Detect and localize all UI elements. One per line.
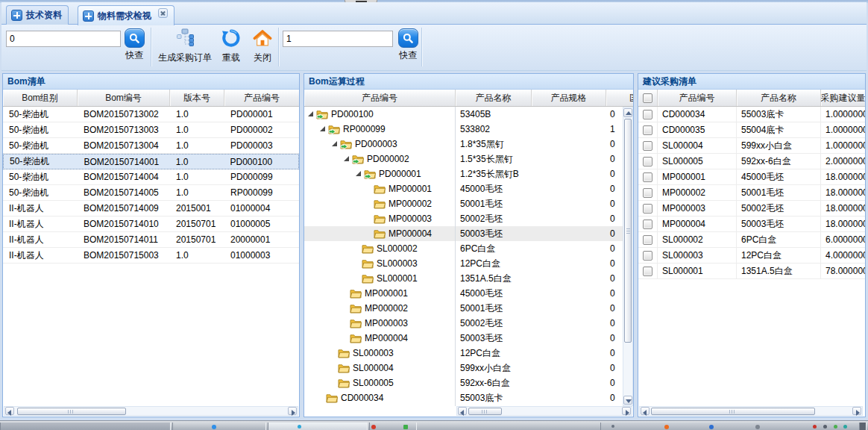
bom-tree-node[interactable]: MP000002	[304, 301, 455, 316]
row-checkbox[interactable]	[643, 204, 652, 214]
bom-tree-node[interactable]: SL000005	[304, 376, 455, 390]
row-checkbox[interactable]	[643, 219, 652, 229]
purchase-list-row[interactable]: SL0000026PC白盒6.0000000	[638, 232, 865, 248]
scrollbar-thumb[interactable]	[624, 119, 632, 343]
bom-list-row[interactable]: II-机器人BOM20150714009201500101000004	[3, 201, 299, 216]
tree-expand-icon[interactable]	[332, 141, 337, 146]
column-header-purchase-qty-clipped[interactable]: 采购建议量	[821, 90, 865, 106]
taskbar-app-icon[interactable]	[371, 425, 376, 429]
bom-tree-node[interactable]: SL000003	[304, 346, 455, 361]
bom-tree-node[interactable]: MP000001	[304, 181, 455, 196]
quick-search-button-1[interactable]: 快查	[122, 28, 147, 62]
scroll-right-icon[interactable]	[288, 407, 297, 415]
bom-list-row[interactable]: II-机器人BOM201507150031.001000003	[3, 248, 299, 264]
purchase-list-row[interactable]: SL0000011351A.5白盒78.000000	[638, 264, 865, 279]
column-header-product-name[interactable]: 产品名称	[456, 90, 532, 106]
bom-list-row[interactable]: 50-柴油机BOM201507140011.0PD000100	[3, 154, 299, 169]
bom-tree-node[interactable]: MP000002	[304, 196, 455, 211]
purchase-list-row[interactable]: MP00000350002毛坯18.000000	[638, 201, 865, 216]
tree-expand-icon[interactable]	[308, 111, 313, 116]
quick-search-button-2[interactable]: 快查	[395, 28, 421, 62]
show-desktop-button[interactable]	[859, 423, 867, 430]
bom-tree-row-detail[interactable]: 50003毛坯0	[456, 226, 633, 241]
bom-tree-row-detail[interactable]: 50002毛坯0	[456, 211, 633, 226]
bom-tree-row-detail[interactable]: 592xx-6白盒0	[456, 376, 633, 390]
bom-list-row[interactable]: II-机器人BOM201507140102015070101000005	[3, 216, 299, 232]
select-all-checkbox[interactable]	[643, 93, 652, 103]
bom-tree-vscrollbar[interactable]	[623, 107, 633, 406]
tray-icon[interactable]	[834, 425, 837, 429]
bom-tree-node[interactable]: MP000004	[304, 226, 455, 241]
taskbar-app-icon[interactable]	[298, 425, 301, 429]
bom-tree-row-detail[interactable]: 1.8*35黑钉0	[456, 137, 633, 152]
bom-tree-row-detail[interactable]: 53405B0	[456, 107, 633, 122]
tray-icon[interactable]	[843, 425, 847, 429]
bom-tree-node[interactable]: MP000003	[304, 316, 455, 331]
purchase-list-row[interactable]: MP00000145000毛坯18.000000	[638, 169, 865, 185]
bom-tree-row-detail[interactable]: 599xx小白盒0	[456, 361, 633, 376]
row-checkbox[interactable]	[643, 172, 652, 182]
row-checkbox[interactable]	[643, 141, 652, 151]
purchase-list-row[interactable]: SL00000312PC白盒4.0000000	[638, 248, 865, 264]
tray-icon[interactable]	[664, 425, 669, 429]
column-header-version[interactable]: 版本号	[170, 90, 224, 106]
bom-tree-row-detail[interactable]: 55003底卡0	[456, 390, 633, 405]
bom-tree-node[interactable]: SL000002	[304, 241, 455, 256]
bom-tree-row-detail[interactable]: 50002毛坯0	[456, 316, 633, 331]
generate-po-button[interactable]: 生成采购订单	[152, 28, 218, 64]
row-checkbox[interactable]	[643, 110, 652, 119]
bom-tree-node[interactable]: PD000003	[304, 137, 455, 152]
bom-list-row[interactable]: 50-柴油机BOM201507140051.0RP000099	[3, 185, 299, 201]
bom-tree-node[interactable]: SL000003	[304, 256, 455, 271]
column-header-product-no[interactable]: 产品编号	[224, 90, 299, 106]
bom-list-row[interactable]: 50-柴油机BOM201507130021.0PD000001	[3, 107, 299, 122]
taskbar-window-button[interactable]	[369, 423, 417, 430]
bom-list-row[interactable]: 50-柴油机BOM201507130041.0PD000003	[3, 138, 299, 154]
tray-icon[interactable]	[813, 425, 817, 429]
column-header-select-all[interactable]	[638, 90, 658, 106]
taskbar-window-button[interactable]	[268, 423, 368, 430]
quick-search-input-2[interactable]	[283, 31, 393, 47]
purchase-list-row[interactable]: MP00000450003毛坯18.000000	[638, 216, 865, 232]
column-header-product-spec[interactable]: 产品规格	[532, 90, 606, 106]
bom-tree-node[interactable]: SL000001	[304, 271, 455, 286]
column-header-bom-no[interactable]: Bom编号	[78, 90, 170, 106]
purchase-list-row[interactable]: CD00003455003底卡1.0000000	[638, 107, 865, 122]
bom-tree-row-detail[interactable]: 45000毛坯0	[456, 286, 633, 301]
column-header-barcode-clipped[interactable]: 国际条码	[606, 90, 633, 106]
bom-tree-row-detail[interactable]: 1.2*35长黑钉B0	[456, 166, 633, 181]
bom-list-hscrollbar[interactable]	[4, 406, 298, 416]
bom-tree-row-detail[interactable]: 12PC白盒0	[456, 256, 633, 271]
scroll-right-icon[interactable]	[622, 407, 631, 415]
tab-close-icon[interactable]	[158, 8, 168, 18]
scrollbar-thumb[interactable]	[17, 408, 126, 415]
scrollbar-thumb[interactable]	[651, 408, 815, 415]
column-header-bom-group[interactable]: Bom组别	[3, 90, 78, 106]
row-checkbox[interactable]	[643, 125, 652, 135]
tree-expand-icon[interactable]	[356, 171, 361, 176]
bom-list-row[interactable]: 50-柴油机BOM201507130031.0PD000002	[3, 122, 299, 138]
purchase-list-row[interactable]: SL000005592xx-6白盒2.0000000	[638, 154, 865, 169]
bom-list-row[interactable]: II-机器人BOM201507140112015070120000001	[3, 232, 299, 248]
row-checkbox[interactable]	[643, 188, 652, 198]
bom-tree-node[interactable]: CD000034	[304, 390, 455, 405]
scroll-left-icon[interactable]	[641, 407, 650, 415]
scroll-up-icon[interactable]	[623, 108, 632, 117]
tray-icon[interactable]	[755, 425, 760, 429]
bom-tree-row-detail[interactable]: 6PC白盒0	[456, 241, 633, 256]
bom-tree-row-detail[interactable]: 5338021	[456, 122, 633, 137]
scroll-right-icon[interactable]	[852, 407, 861, 415]
bom-tree-node[interactable]: RP000099	[304, 122, 455, 137]
tab-tech-data[interactable]: 技术资料	[6, 5, 69, 25]
row-checkbox[interactable]	[643, 157, 652, 166]
column-header-product-no[interactable]: 产品编号	[304, 90, 456, 106]
row-checkbox[interactable]	[643, 267, 652, 276]
purchase-list-row[interactable]: CD00003555004底卡1.0000000	[638, 122, 865, 138]
bom-tree-node[interactable]: PD000100	[304, 107, 455, 122]
tab-material-demand-review[interactable]: 物料需求检视	[78, 5, 174, 25]
tree-expand-icon[interactable]	[320, 126, 325, 131]
bom-list-row[interactable]: 50-柴油机BOM201507140041.0PD000099	[3, 169, 299, 185]
bom-tree-row-detail[interactable]: 1351A.5白盒0	[456, 271, 633, 286]
taskbar-app-icon[interactable]	[403, 425, 408, 429]
bom-process-hscrollbar[interactable]	[456, 406, 632, 416]
